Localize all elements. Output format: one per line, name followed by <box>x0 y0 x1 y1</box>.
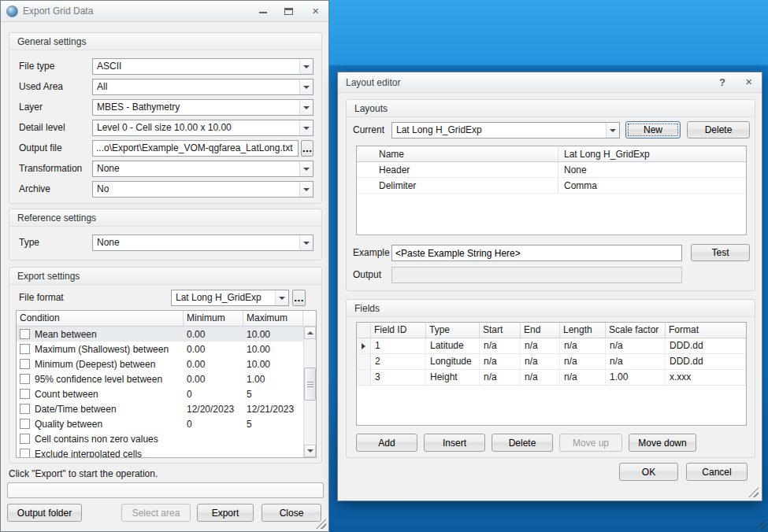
add-field-button-label: Add <box>378 438 395 449</box>
current-layout-dropdown[interactable]: Lat Long H_GridExp <box>391 122 620 139</box>
output-row: Output <box>347 267 755 283</box>
transformation-row: Transformation None <box>9 161 321 177</box>
close-button[interactable]: Close <box>262 504 321 522</box>
screen-resize-grip[interactable] <box>755 519 766 530</box>
file-type-dropdown[interactable]: ASCII <box>92 58 314 75</box>
export-button-label: Export <box>212 508 239 519</box>
checkbox[interactable] <box>20 344 30 354</box>
ok-button[interactable]: OK <box>619 463 678 481</box>
export-button[interactable]: Export <box>197 504 254 522</box>
example-input[interactable] <box>391 245 682 261</box>
current-label: Current <box>353 122 384 139</box>
condition-row-max-shallowest[interactable]: Maximum (Shallowest) between 0.00 10.00 <box>17 342 303 357</box>
output-file-row: Output file ...o\Export\Example_VOM-qgfa… <box>9 140 321 157</box>
new-layout-button[interactable]: New <box>625 121 681 139</box>
file-format-value: Lat Long H_GridExp <box>172 290 275 305</box>
output-file-browse-button[interactable]: … <box>301 140 314 157</box>
chevron-down-icon <box>299 120 313 135</box>
fields-group-header: Fields <box>347 300 755 317</box>
condition-row-interpolated[interactable]: Exclude interpolated cells <box>17 446 303 457</box>
condition-row-count[interactable]: Count between 0 5 <box>17 386 303 401</box>
insert-field-button[interactable]: Insert <box>424 434 485 452</box>
condition-row-nonzero[interactable]: Cell contains non zero values <box>17 431 303 446</box>
checkbox[interactable] <box>20 434 30 444</box>
used-area-dropdown[interactable]: All <box>92 79 314 95</box>
reference-type-label: Type <box>19 235 39 251</box>
example-row: Example Test <box>347 245 755 261</box>
help-icon[interactable]: ? <box>719 76 725 88</box>
move-up-button-label: Move up <box>573 438 609 449</box>
checkbox[interactable] <box>20 359 30 369</box>
output-folder-button[interactable]: Output folder <box>7 504 82 522</box>
output-field <box>391 267 682 283</box>
export-settings-group: Export settings File format Lat Long H_G… <box>9 267 322 464</box>
length-cell: n/a <box>560 354 606 369</box>
output-file-field[interactable]: ...o\Export\Example_VOM-qgfarea_LatLong.… <box>92 140 299 157</box>
scroll-up-icon[interactable] <box>304 327 316 339</box>
test-button[interactable]: Test <box>691 244 750 261</box>
condition-row-confidence[interactable]: 95% confidence level between 0.00 1.00 <box>17 371 303 386</box>
delete-layout-button[interactable]: Delete <box>687 121 750 139</box>
checkbox[interactable] <box>20 329 30 339</box>
export-dialog-titlebar[interactable]: Export Grid Data × <box>1 1 328 22</box>
field-id-cell: 1 <box>371 338 426 353</box>
progress-bar <box>7 482 324 498</box>
file-format-label: File format <box>19 290 64 306</box>
condition-row-mean[interactable]: Mean between 0.00 10.00 <box>17 327 303 342</box>
close-icon[interactable]: × <box>312 4 319 18</box>
scrollbar-thumb[interactable] <box>304 368 316 401</box>
delete-field-button[interactable]: Delete <box>492 434 553 452</box>
format-column-header: Format <box>666 323 746 338</box>
minimize-icon[interactable] <box>259 12 267 13</box>
condition-row-min-deepest[interactable]: Minimum (Deepest) between 0.00 10.00 <box>17 357 303 371</box>
checkbox[interactable] <box>20 419 30 429</box>
condition-max: 10.00 <box>243 329 303 340</box>
property-row-name[interactable]: Name Lat Long H_GridExp <box>357 146 746 162</box>
field-row-height[interactable]: 3 Height n/a n/a n/a 1.00 x.xxx <box>357 370 746 386</box>
used-area-row: Used Area All <box>9 79 321 95</box>
condition-min: 0.00 <box>184 329 243 340</box>
checkbox[interactable] <box>20 389 30 399</box>
detail-level-label: Detail level <box>19 120 65 136</box>
checkbox[interactable] <box>20 374 30 384</box>
archive-dropdown[interactable]: No <box>92 181 314 198</box>
export-settings-title: Export settings <box>17 271 80 282</box>
scroll-down-icon[interactable] <box>304 445 316 457</box>
archive-label: Archive <box>19 181 50 198</box>
move-down-button[interactable]: Move down <box>629 434 696 452</box>
reference-type-dropdown[interactable]: None <box>92 235 314 251</box>
property-row-header[interactable]: Header None <box>357 162 746 178</box>
field-row-longitude[interactable]: 2 Longitude n/a n/a n/a n/a DDD.dd <box>357 354 746 370</box>
condition-row-quality[interactable]: Quality between 0 5 <box>17 416 303 431</box>
layer-dropdown[interactable]: MBES - Bathymetry <box>92 99 314 116</box>
current-layout-value: Lat Long H_GridExp <box>392 123 606 138</box>
layer-row: Layer MBES - Bathymetry <box>9 99 321 116</box>
restore-icon[interactable] <box>284 8 293 15</box>
file-format-browse-button[interactable]: … <box>292 290 306 306</box>
archive-value: No <box>93 182 299 197</box>
add-field-button[interactable]: Add <box>356 434 417 452</box>
condition-label: Count between <box>35 389 98 400</box>
file-format-dropdown[interactable]: Lat Long H_GridExp <box>171 290 289 306</box>
select-area-button-label: Select area <box>132 508 180 519</box>
archive-row: Archive No <box>9 181 321 198</box>
chevron-down-icon <box>299 79 313 94</box>
export-settings-header: Export settings <box>9 268 321 285</box>
cancel-button[interactable]: Cancel <box>686 463 748 481</box>
property-row-delimiter[interactable]: Delimiter Comma <box>357 178 746 194</box>
close-button-label: Close <box>280 508 304 519</box>
layout-editor-titlebar[interactable]: Layout editor ? × <box>338 72 762 93</box>
detail-level-dropdown[interactable]: Level 0 - Cell size 10.00 x 10.00 <box>92 120 314 136</box>
checkbox[interactable] <box>20 449 30 457</box>
resize-grip[interactable] <box>748 487 759 497</box>
chevron-down-icon <box>299 100 313 115</box>
transformation-dropdown[interactable]: None <box>92 161 314 177</box>
scrollbar-column-header <box>303 311 316 326</box>
checkbox[interactable] <box>20 404 30 414</box>
close-icon[interactable]: × <box>745 75 752 88</box>
field-row-latitude[interactable]: 1 Latitude n/a n/a n/a n/a DDD.dd <box>357 338 746 354</box>
fields-table: Field ID Type Start End Length Scale fac… <box>356 322 747 426</box>
condition-row-datetime[interactable]: Date/Time between 12/20/2023 12/21/2023 <box>17 401 303 416</box>
conditions-scrollbar[interactable] <box>303 327 316 457</box>
condition-max: 1.00 <box>243 374 303 385</box>
